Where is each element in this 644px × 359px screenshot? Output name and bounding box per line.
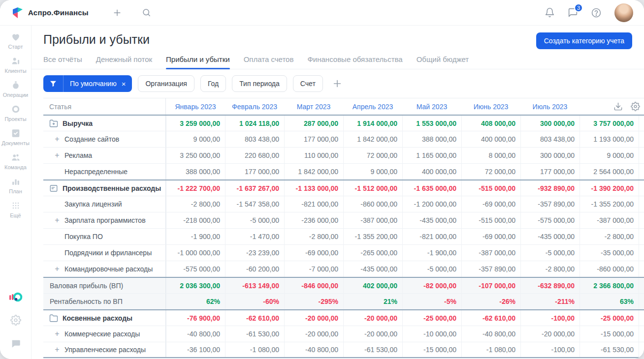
cell-filler	[639, 164, 644, 180]
table-row[interactable]: +Коммерческие расходы-40 800,00-61 530,0…	[43, 326, 644, 342]
table-row[interactable]: Выручка3 259 000,001 024 118,00287 000,0…	[43, 115, 644, 131]
messages-icon[interactable]: 3	[568, 7, 578, 18]
bell-icon[interactable]	[545, 7, 555, 18]
tab-liabilities[interactable]: Финансовые обязательства	[307, 52, 402, 69]
tab-invoices[interactable]: Оплата счетов	[244, 52, 294, 69]
filter-funnel-icon	[43, 75, 64, 92]
row-label-cell[interactable]: +Командировочные расходы	[43, 261, 166, 277]
expand-plus-icon[interactable]: +	[54, 151, 60, 159]
add-filter-icon[interactable]	[332, 78, 343, 89]
row-label-cell[interactable]: +Реклама	[43, 148, 166, 163]
row-label-cell[interactable]: +Покупка ПО	[43, 229, 166, 244]
help-icon[interactable]	[591, 7, 602, 18]
create-category-button[interactable]: Создать категорию учета	[536, 32, 632, 49]
column-header-month: Июль 2023	[520, 98, 580, 115]
expand-plus-icon[interactable]: +	[54, 346, 60, 354]
table-row[interactable]: Косвенные расходы-76 900,00-62 610,00-20…	[43, 309, 644, 326]
cell-value: 388 000,00	[166, 164, 225, 180]
settings-icon[interactable]	[10, 315, 21, 328]
row-label: Подрядчики и фрилансеры	[64, 249, 152, 257]
sidebar-item-clients[interactable]: Клиенты	[0, 56, 31, 74]
cell-value: -1 000 000,00	[166, 245, 225, 261]
expand-plus-icon[interactable]: +	[54, 265, 60, 273]
cell-value: 9 000,00	[343, 164, 402, 180]
sidebar-item-plan[interactable]: План	[0, 176, 31, 194]
add-icon[interactable]	[112, 8, 122, 18]
sidebar-item-team[interactable]: Команда	[0, 152, 31, 170]
table-row[interactable]: +Создание сайтов9 000,00803 438,00177 00…	[43, 131, 644, 147]
cell-value: -20 000,00	[520, 326, 580, 342]
download-icon[interactable]	[613, 102, 623, 111]
cell-filler	[639, 294, 644, 309]
cell-value: -387 000,00	[343, 212, 402, 228]
filter-chip-account[interactable]: Счет	[293, 75, 323, 92]
row-label-cell[interactable]: Валовая прибыль (ВП)	[43, 278, 166, 293]
row-label: Нераспределенные	[64, 168, 128, 176]
table-row[interactable]: +Управленческие расходы-36 100,00-1 080,…	[43, 342, 644, 358]
row-label-cell[interactable]: Производственные расходы	[43, 180, 166, 196]
table-row[interactable]: Производственные расходы-1 222 700,00-1 …	[43, 180, 644, 196]
cell-value: 63%	[580, 294, 639, 309]
table-row[interactable]: +Покупка ПО-1 900,00-1 470,00-2 800,00-1…	[43, 228, 644, 244]
row-label: Создание сайтов	[64, 135, 119, 143]
table-row[interactable]: +Командировочные расходы-575 000,00-60 2…	[43, 261, 644, 277]
sidebar-item-documents[interactable]: Документы	[0, 128, 31, 146]
cell-value: -1 512 000,00	[343, 180, 402, 196]
sidebar-item-label: Клиенты	[4, 68, 26, 74]
cell-value: -1 900,00	[166, 229, 225, 244]
more-icon	[10, 200, 21, 211]
product-logo-icon[interactable]	[8, 291, 23, 304]
row-label-cell[interactable]: +Подрядчики и фрилансеры	[43, 245, 166, 261]
row-label-cell[interactable]: Косвенные расходы	[43, 310, 166, 326]
cell-value: -40 800,00	[166, 326, 225, 342]
sidebar-item-projects[interactable]: Проекты	[0, 104, 31, 122]
table-row[interactable]: +Зарплата программистов-218 000,00-5 000…	[43, 212, 644, 228]
cell-value: 388 000,00	[402, 131, 461, 147]
row-label-cell[interactable]: +Создание сайтов	[43, 131, 166, 147]
row-label-cell[interactable]: +Управленческие расходы	[43, 342, 166, 357]
table-settings-icon[interactable]	[631, 102, 640, 111]
table-row[interactable]: Валовая прибыль (ВП)2 036 300,00-613 149…	[43, 277, 644, 293]
table-row[interactable]: +Реклама3 250 000,00220 680,00110 000,00…	[43, 147, 644, 163]
table-row[interactable]: +Закупка лицензий-2 800,00-1 547 358,00-…	[43, 196, 644, 212]
brand[interactable]: Аспро.Финансы	[11, 6, 89, 19]
support-chat-icon[interactable]	[10, 338, 21, 351]
row-label-cell[interactable]: Выручка	[43, 116, 166, 131]
tab-profit-loss[interactable]: Прибыли и убытки	[166, 52, 230, 69]
expand-plus-icon[interactable]: +	[54, 330, 60, 338]
row-label-cell[interactable]: +Коммерческие расходы	[43, 326, 166, 342]
default-filter-pill[interactable]: По умолчанию ×	[43, 75, 132, 92]
cell-value: -1 080,00	[225, 342, 284, 357]
sidebar: СтартКлиентыОперацииПроектыДокументыКома…	[0, 26, 32, 359]
tab-budget[interactable]: Общий бюджет	[417, 52, 469, 69]
search-icon[interactable]	[142, 8, 151, 17]
tab-all-reports[interactable]: Все отчёты	[43, 52, 82, 69]
cell-value: -575 000,00	[520, 212, 580, 228]
row-label: Покупка ПО	[64, 233, 103, 240]
row-label-cell[interactable]: +Закупка лицензий	[43, 196, 166, 212]
cell-value: 408 000,00	[461, 116, 520, 131]
cell-value: 2 366 800,00	[580, 278, 639, 293]
table-row[interactable]: +Подрядчики и фрилансеры-1 000 000,00-23…	[43, 244, 644, 261]
table-row[interactable]: Рентабельность по ВП62%-60%-295%21%-5%-2…	[43, 293, 644, 309]
default-filter-label: По умолчанию	[64, 80, 122, 88]
tab-cash-flow[interactable]: Денежный поток	[96, 52, 152, 69]
user-avatar[interactable]	[614, 3, 633, 22]
table-row[interactable]: +Нераспределенные388 000,00177 000,001 8…	[43, 163, 644, 180]
filter-chip-period-type[interactable]: Тип периода	[232, 75, 287, 92]
row-label-cell[interactable]: +Нераспределенные	[43, 164, 166, 180]
cell-value: -613 149,00	[225, 278, 284, 293]
filter-chip-organization[interactable]: Организация	[138, 75, 194, 92]
row-label-cell[interactable]: Рентабельность по ВП	[43, 294, 166, 309]
sidebar-item-operations[interactable]: Операции	[0, 80, 31, 98]
filter-chip-year[interactable]: Год	[200, 75, 226, 92]
cell-value: -435 000,00	[402, 212, 461, 228]
sidebar-item-start[interactable]: Старт	[0, 31, 31, 50]
sidebar-item-more[interactable]: Ещё	[0, 200, 31, 218]
expand-plus-icon[interactable]: +	[54, 135, 60, 143]
row-label-cell[interactable]: +Зарплата программистов	[43, 212, 166, 228]
cell-filler	[639, 116, 644, 131]
clear-filter-icon[interactable]: ×	[122, 80, 132, 88]
expand-plus-icon[interactable]: +	[54, 216, 60, 224]
cell-value: -1 637 267,00	[225, 180, 284, 196]
